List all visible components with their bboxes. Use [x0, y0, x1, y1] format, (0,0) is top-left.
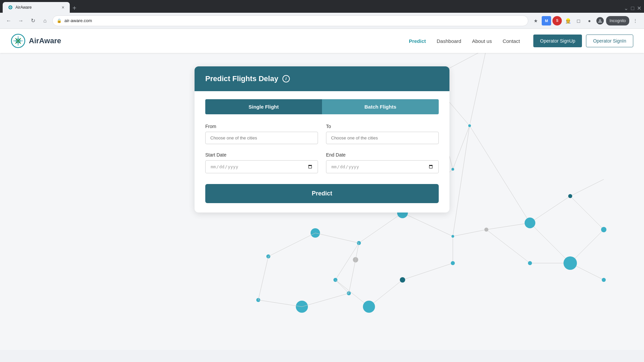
svg-line-16	[453, 230, 486, 236]
menu-icon[interactable]: ⋮	[631, 16, 640, 25]
logo-text: AirAware	[29, 37, 61, 45]
svg-line-58	[349, 260, 356, 293]
date-row: Start Date End Date	[205, 152, 439, 173]
nav-contact[interactable]: Contact	[502, 38, 520, 44]
tab-favicon	[8, 5, 13, 10]
ext-icon-3[interactable]: 👷	[563, 16, 573, 25]
svg-line-14	[402, 263, 453, 280]
svg-line-57	[356, 243, 359, 260]
ext-icon-2[interactable]: S	[552, 16, 562, 25]
svg-line-54	[258, 300, 302, 307]
svg-line-10	[359, 213, 402, 243]
batch-flights-tab[interactable]: Batch Flights	[322, 99, 439, 114]
card-header: Predict Flights Delay i	[195, 66, 449, 91]
page: AirAware Predict Dashboard About us Cont…	[0, 29, 644, 350]
nav-links: Predict Dashboard About us Contact	[409, 38, 520, 44]
svg-point-49	[347, 291, 351, 295]
svg-point-41	[602, 278, 606, 282]
from-group: From	[205, 124, 318, 144]
svg-point-39	[525, 218, 535, 228]
svg-line-17	[486, 223, 530, 230]
svg-point-42	[528, 261, 532, 265]
svg-point-45	[311, 228, 320, 238]
navbar: AirAware Predict Dashboard About us Cont…	[0, 29, 644, 53]
svg-point-0	[8, 5, 12, 9]
main-content: Predict Flights Delay i Single Flight Ba…	[0, 53, 644, 213]
to-label: To	[326, 124, 439, 129]
from-to-row: From To	[205, 124, 439, 144]
close-icon[interactable]: ×	[62, 5, 64, 10]
profile-icon[interactable]	[595, 16, 605, 25]
svg-point-48	[296, 301, 308, 313]
svg-line-53	[258, 256, 268, 300]
from-label: From	[205, 124, 318, 129]
back-button[interactable]: ←	[4, 16, 13, 25]
svg-point-36	[451, 261, 455, 265]
home-button[interactable]: ⌂	[40, 16, 50, 25]
tab-title: AirAware	[15, 5, 32, 10]
nav-about[interactable]: About us	[472, 38, 492, 44]
end-date-label: End Date	[326, 152, 439, 158]
svg-line-20	[570, 263, 604, 280]
extensions-icon[interactable]: ●	[585, 16, 594, 25]
end-date-input[interactable]	[326, 160, 439, 173]
nav-dashboard[interactable]: Dashboard	[437, 38, 461, 44]
nav-actions: Operator SignUp Operator SignIn	[533, 35, 633, 47]
form-area: From To Start Date End Date	[195, 114, 449, 213]
svg-point-34	[363, 301, 375, 313]
svg-line-52	[268, 233, 315, 256]
incognito-label[interactable]: Incognito	[606, 16, 629, 25]
to-input[interactable]	[326, 132, 439, 144]
svg-point-37	[451, 235, 454, 238]
lock-icon: 🔒	[57, 18, 62, 23]
predict-button[interactable]: Predict	[205, 184, 439, 203]
tab-switcher: Single Flight Batch Flights	[205, 99, 439, 114]
svg-point-35	[400, 277, 405, 283]
svg-point-38	[484, 228, 488, 232]
svg-line-56	[335, 280, 349, 293]
svg-point-33	[333, 278, 337, 282]
url-text: air-aware.com	[64, 18, 92, 23]
svg-point-46	[266, 254, 270, 258]
svg-line-13	[369, 280, 402, 307]
svg-point-50	[353, 257, 358, 262]
start-date-group: Start Date	[205, 152, 318, 173]
predict-card: Predict Flights Delay i Single Flight Ba…	[195, 66, 449, 213]
address-bar-row: ← → ↻ ⌂ 🔒 air-aware.com ★ M S 👷 ◻ ● Inco…	[0, 13, 644, 29]
to-group: To	[326, 124, 439, 144]
svg-line-8	[402, 213, 453, 236]
star-icon[interactable]: ★	[531, 16, 540, 25]
start-date-label: Start Date	[205, 152, 318, 158]
end-date-group: End Date	[326, 152, 439, 173]
svg-line-11	[335, 243, 359, 280]
nav-predict[interactable]: Predict	[409, 38, 426, 44]
svg-line-12	[335, 280, 369, 307]
ext-icon-1[interactable]: M	[542, 16, 551, 25]
svg-line-19	[530, 223, 570, 263]
refresh-button[interactable]: ↻	[28, 16, 38, 25]
logo-area: AirAware	[11, 34, 61, 48]
svg-point-40	[564, 256, 577, 270]
svg-point-32	[357, 241, 361, 245]
svg-point-44	[601, 227, 606, 232]
operator-signup-button[interactable]: Operator SignUp	[533, 35, 582, 47]
info-icon[interactable]: i	[282, 75, 290, 82]
svg-line-51	[315, 233, 359, 243]
address-bar[interactable]: 🔒 air-aware.com	[52, 15, 528, 26]
svg-line-55	[302, 293, 349, 307]
svg-point-47	[256, 298, 260, 302]
start-date-input[interactable]	[205, 160, 318, 173]
single-flight-tab[interactable]: Single Flight	[205, 99, 322, 114]
active-tab[interactable]: AirAware ×	[3, 2, 70, 13]
toolbar-icons: ★ M S 👷 ◻ ● Incognito ⋮	[531, 16, 640, 25]
card-title: Predict Flights Delay	[205, 74, 278, 83]
svg-line-21	[486, 230, 530, 263]
svg-line-23	[570, 230, 604, 263]
from-input[interactable]	[205, 132, 318, 144]
logo-icon	[11, 34, 25, 48]
operator-signin-button[interactable]: Operator SignIn	[586, 35, 633, 47]
new-tab-button[interactable]: +	[72, 5, 76, 13]
ext-icon-4[interactable]: ◻	[574, 16, 583, 25]
forward-button[interactable]: →	[16, 16, 25, 25]
